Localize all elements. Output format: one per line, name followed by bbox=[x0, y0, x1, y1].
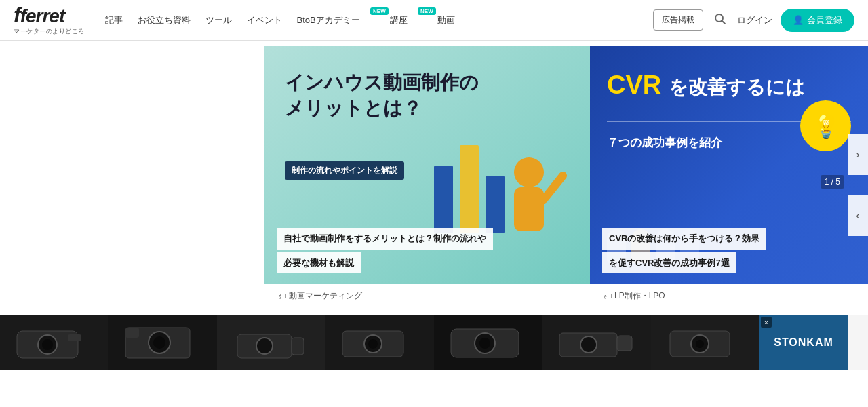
search-button[interactable] bbox=[711, 10, 729, 30]
logo[interactable]: fferret マーケターのよりどころ bbox=[14, 4, 85, 36]
nav-resources[interactable]: お役立ち資料 bbox=[138, 14, 191, 26]
ad-item-3 bbox=[217, 315, 326, 370]
left-space bbox=[0, 46, 264, 309]
camera-svg-1 bbox=[14, 321, 95, 365]
tag-icon-2: 🏷 bbox=[604, 292, 612, 301]
svg-rect-15 bbox=[125, 328, 139, 338]
nav-tools[interactable]: ツール bbox=[205, 14, 232, 26]
card2-caption-line1: CVRの改善は何から手をつける？効果 bbox=[602, 228, 766, 250]
chevron-left-icon: ‹ bbox=[856, 210, 859, 222]
svg-rect-18 bbox=[292, 338, 304, 355]
main-nav: 記事 お役立ち資料 ツール イベント BtoBアカデミー NEW 講座 NEW … bbox=[105, 14, 654, 26]
card1-headline: インハウス動画制作の メリットとは？ bbox=[285, 70, 479, 121]
stonkam-ad[interactable]: × STONKAM bbox=[760, 315, 848, 370]
nav-events[interactable]: イベント bbox=[247, 14, 282, 26]
svg-point-14 bbox=[153, 336, 165, 349]
ad-item-1 bbox=[0, 315, 108, 370]
camera-svg-7 bbox=[665, 321, 746, 365]
svg-point-24 bbox=[479, 338, 490, 349]
chevron-right-icon: › bbox=[856, 149, 859, 161]
courses-badge: NEW bbox=[418, 7, 436, 15]
btob-badge: NEW bbox=[370, 7, 389, 15]
header-actions: 広告掲載 ログイン 👤 会員登録 bbox=[653, 9, 854, 32]
card2-bulb-icon: 💡 bbox=[800, 100, 851, 151]
card2-tag: 🏷 LP制作・LPO bbox=[590, 284, 868, 309]
svg-rect-27 bbox=[617, 336, 632, 351]
svg-rect-6 bbox=[514, 187, 544, 231]
ad-item-2 bbox=[108, 315, 217, 370]
ad-close-button[interactable]: × bbox=[761, 317, 772, 328]
cards-section: インハウス動画制作の メリットとは？ 制作の流れやポイントを解説 bbox=[0, 46, 868, 309]
svg-point-26 bbox=[580, 336, 597, 353]
ad-item-6 bbox=[542, 315, 651, 370]
card2-subtitle: ７つの成功事例を紹介 bbox=[607, 134, 722, 152]
svg-point-21 bbox=[368, 339, 378, 349]
logo-tagline: マーケターのよりどころ bbox=[14, 27, 85, 36]
svg-point-30 bbox=[696, 340, 704, 348]
card1-subtitle-box: 制作の流れやポイントを解説 bbox=[285, 161, 404, 180]
article-card-2[interactable]: CVR を改善するには ７つの成功事例を紹介 💡 bbox=[590, 46, 868, 309]
ad-banner: × STONKAM bbox=[0, 315, 868, 370]
svg-line-1 bbox=[722, 21, 726, 24]
tag-icon: 🏷 bbox=[278, 292, 286, 301]
svg-rect-3 bbox=[460, 145, 479, 233]
login-button[interactable]: ログイン bbox=[737, 14, 772, 26]
svg-rect-11 bbox=[68, 334, 81, 341]
pagination-label: 1 / 5 bbox=[821, 175, 844, 189]
logo-text: fferret bbox=[14, 4, 64, 26]
advertise-button[interactable]: 広告掲載 bbox=[653, 9, 703, 31]
prev-arrow[interactable]: ‹ bbox=[848, 195, 868, 236]
camera-svg-4 bbox=[339, 321, 420, 365]
register-button[interactable]: 👤 会員登録 bbox=[781, 9, 854, 32]
search-icon bbox=[714, 13, 726, 25]
camera-svg-5 bbox=[448, 321, 529, 365]
camera-svg-2 bbox=[122, 321, 203, 365]
svg-point-17 bbox=[256, 338, 273, 354]
svg-point-10 bbox=[42, 339, 53, 350]
svg-point-5 bbox=[514, 157, 544, 187]
card1-caption-line1: 自社で動画制作をするメリットとは？制作の流れや bbox=[277, 228, 493, 250]
register-icon: 👤 bbox=[793, 15, 804, 25]
ad-item-7 bbox=[651, 315, 760, 370]
nav-btob-academy[interactable]: BtoBアカデミー NEW bbox=[297, 14, 375, 26]
card2-caption-overlay: CVRの改善は何から手をつける？効果 を促すCVR改善の成功事例7選 bbox=[590, 228, 848, 273]
stonkam-logo: STONKAM bbox=[774, 336, 833, 349]
next-arrow[interactable]: › bbox=[848, 134, 868, 175]
svg-rect-2 bbox=[434, 166, 453, 233]
card1-caption-line2: 必要な機材も解説 bbox=[277, 252, 361, 274]
nav-courses[interactable]: 講座 NEW bbox=[390, 14, 422, 26]
nav-video[interactable]: 動画 bbox=[437, 14, 455, 26]
header: fferret マーケターのよりどころ 記事 お役立ち資料 ツール イベント B… bbox=[0, 0, 868, 41]
card2-caption-line2: を促すCVR改善の成功事例7選 bbox=[602, 252, 736, 274]
article-card-1[interactable]: インハウス動画制作の メリットとは？ 制作の流れやポイントを解説 bbox=[264, 46, 590, 309]
main-content: インハウス動画制作の メリットとは？ 制作の流れやポイントを解説 bbox=[0, 46, 868, 370]
card1-caption-overlay: 自社で動画制作をするメリットとは？制作の流れや 必要な機材も解説 bbox=[264, 228, 590, 273]
ad-item-4 bbox=[326, 315, 434, 370]
nav-articles[interactable]: 記事 bbox=[105, 14, 123, 26]
svg-rect-4 bbox=[486, 176, 505, 233]
camera-svg-3 bbox=[231, 321, 312, 365]
card2-cvr-label: CVR を改善するには bbox=[607, 70, 805, 101]
svg-line-7 bbox=[544, 176, 563, 199]
ad-item-5 bbox=[434, 315, 542, 370]
card1-tag: 🏷 動画マーケティング bbox=[264, 284, 590, 309]
camera-svg-6 bbox=[556, 321, 637, 365]
